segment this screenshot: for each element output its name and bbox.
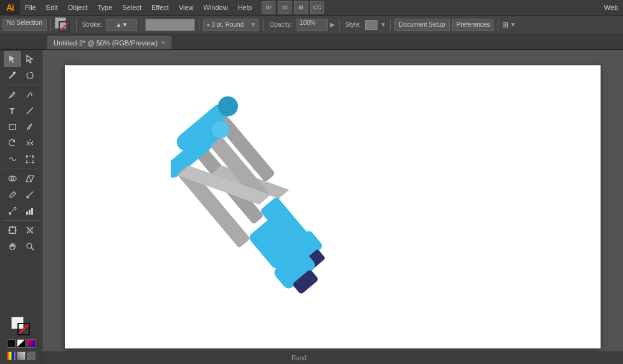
svg-marker-1 [27,55,32,63]
stroke-size-control[interactable]: ▲▼ [106,19,137,31]
rand-text: Rand [292,355,307,362]
lasso-tool[interactable] [21,67,39,83]
menu-window[interactable]: Window [199,0,233,15]
type-icon: T [10,106,15,116]
document-setup-button[interactable]: Document Setup [394,19,450,31]
menu-select[interactable]: Select [117,0,146,15]
svg-rect-7 [9,124,16,129]
gradient-mode-btn[interactable] [17,352,26,360]
svg-line-18 [29,175,31,182]
color-boxes [11,317,31,337]
warp-tool[interactable] [4,151,21,167]
status-bar: Rand [42,352,623,364]
line-tool[interactable] [21,103,39,119]
tool-row-6 [0,135,42,151]
fill-stroke-swatches [55,17,72,32]
svg-line-35 [31,248,34,250]
menu-effect[interactable]: Effect [146,0,174,15]
white-canvas: ystert... [65,65,601,348]
menu-object[interactable]: Object [63,0,93,15]
artboard-tool[interactable] [4,222,21,238]
tab-close-button[interactable]: × [161,39,165,46]
menu-view[interactable]: View [174,0,199,15]
toolbar: No Selection Stroke: ▲▼ ● 3 pt. Round ▼ … [0,16,623,34]
rotate-tool[interactable] [4,135,21,151]
opacity-input[interactable]: 100% [297,19,328,31]
document-tab[interactable]: Untitled-2* @ 50% (RGB/Preview) × [47,35,172,49]
opacity-arrow[interactable]: ▶ [330,21,335,28]
crutch-main-svg [171,103,358,314]
main-area: + T [0,50,623,364]
arrange-section: ⊞ ▼ [502,21,516,29]
selection-tool[interactable] [4,51,21,67]
tab-title: Untitled-2* @ 50% (RGB/Preview) [54,39,158,47]
grid-icon[interactable]: ⊞ [294,1,308,14]
tab-bar: Untitled-2* @ 50% (RGB/Preview) × [0,34,623,50]
stroke-profile-label: 3 pt. Round [211,21,244,28]
stroke-profile-select[interactable]: ● 3 pt. Round ▼ [203,19,259,31]
tool-row-1 [0,51,42,67]
preferences-button[interactable]: Preferences [452,19,495,31]
stock-icon[interactable]: St [278,1,292,14]
cc-icon[interactable]: CC [310,1,324,14]
measure-tool[interactable] [21,187,39,203]
arrange-icon[interactable]: ⊞ [502,21,508,29]
bar-chart-tool[interactable] [21,203,39,219]
add-anchor-tool[interactable]: + [21,86,39,103]
fill-stroke-row [11,317,31,337]
default-colors[interactable] [17,339,26,348]
reflect-tool[interactable] [21,135,39,151]
svg-line-6 [27,108,33,114]
svg-point-34 [27,243,32,248]
menu-edit[interactable]: Edit [41,0,63,15]
svg-point-11 [26,156,27,157]
svg-point-22 [9,212,11,215]
menu-help[interactable]: Help [233,0,257,15]
svg-point-13 [26,162,27,164]
opacity-label: Opacity: [267,21,294,28]
svg-point-3 [13,72,16,74]
tool-row-8 [0,170,42,187]
stroke-color[interactable] [59,21,70,32]
type-tool[interactable]: T [4,103,21,119]
style-color[interactable] [365,20,378,30]
bridge-icon[interactable]: Br [262,1,275,14]
svg-point-23 [14,207,16,210]
tool-row-4: T [0,103,42,119]
rectangle-tool[interactable] [4,119,21,135]
svg-line-2 [9,73,14,78]
swap-colors[interactable] [27,339,36,348]
stroke-label: Stroke: [80,21,104,28]
pattern-mode-btn[interactable] [27,352,36,360]
eyedropper-tool[interactable] [4,187,21,203]
selection-dropdown[interactable]: No Selection [2,19,47,31]
none-swatch[interactable] [7,339,16,348]
perspective-grid-tool[interactable] [21,170,39,187]
slice-tool[interactable] [21,222,39,238]
direct-selection-tool[interactable] [21,51,39,67]
menu-right: Web [604,4,623,11]
blend-tool[interactable] [4,203,21,219]
menu-file[interactable]: File [20,0,41,15]
magic-wand-tool[interactable] [4,67,21,83]
color-swatches [7,317,36,363]
svg-marker-0 [9,55,15,63]
pen-tool[interactable] [4,86,21,103]
paintbrush-tool[interactable] [21,119,39,135]
hand-tool[interactable] [4,238,21,254]
menu-type[interactable]: Type [93,0,118,15]
free-transform-tool[interactable] [21,151,39,167]
svg-point-12 [32,156,34,157]
app-logo: Ai [0,0,20,16]
svg-rect-10 [27,156,33,162]
arrange-dropdown[interactable]: ▼ [510,21,516,28]
tool-divider-2 [3,169,39,169]
zoom-tool[interactable] [21,238,39,254]
stroke-preview [145,19,195,31]
tool-row-10 [0,203,42,219]
shape-builder-tool[interactable] [4,170,21,187]
style-arrow[interactable]: ▼ [380,21,386,28]
color-mode-btn[interactable] [7,352,16,360]
stroke-box-tb[interactable] [17,323,30,335]
tool-divider-1 [3,85,39,85]
